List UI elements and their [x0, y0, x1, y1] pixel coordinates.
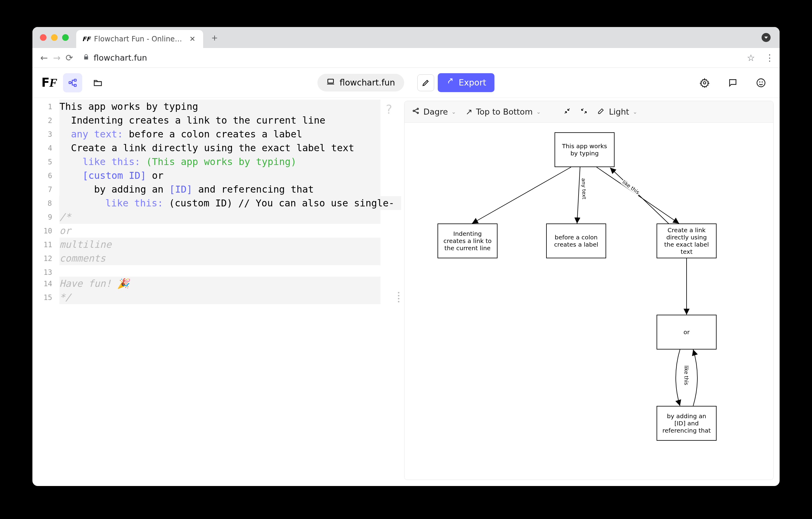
code-line[interactable]: */: [59, 290, 380, 304]
svg-rect-2: [74, 84, 76, 86]
brand-badge[interactable]: flowchart.fun: [317, 74, 404, 91]
graph-view-button[interactable]: [63, 73, 82, 92]
editor-line[interactable]: 12comments: [32, 251, 401, 265]
layout-direction-dropdown[interactable]: ↗ Top to Bottom ⌄: [466, 107, 541, 116]
line-number: 3: [32, 127, 59, 139]
toolbar-right: [695, 73, 771, 92]
line-number: 9: [32, 210, 59, 222]
open-folder-button[interactable]: [88, 73, 108, 92]
svg-rect-0: [69, 82, 71, 84]
url-field[interactable]: flowchart.fun: [83, 53, 747, 62]
svg-rect-1: [74, 79, 76, 81]
close-window-button[interactable]: [40, 34, 47, 41]
editor-line[interactable]: 1This app works by typing: [32, 99, 401, 113]
export-button[interactable]: Export: [438, 73, 495, 92]
laptop-icon: [326, 78, 335, 88]
code-line[interactable]: like this: (custom ID) // You can also u…: [59, 196, 401, 210]
code-line[interactable]: like this: (This app works by typing): [59, 155, 380, 169]
code-line[interactable]: This app works by typing: [59, 99, 380, 113]
line-number: 2: [32, 113, 59, 125]
line-number: 10: [32, 224, 59, 235]
code-line[interactable]: multiline: [59, 238, 380, 251]
feedback-button[interactable]: [723, 73, 743, 92]
close-tab-button[interactable]: ✕: [187, 35, 197, 43]
diagram-node[interactable]: by adding an [ID] and referencing that: [657, 406, 717, 441]
back-button[interactable]: ←: [38, 53, 50, 63]
line-number: 1: [32, 99, 59, 111]
line-number: 8: [32, 196, 59, 208]
preview-toolbar: Dagre ⌄ ↗ Top to Bottom ⌄: [405, 101, 773, 123]
app-toolbar: FF flowchart.fun Ex: [32, 68, 780, 98]
line-number: 14: [32, 277, 59, 288]
editor-line[interactable]: 15*/: [32, 290, 401, 304]
code-line[interactable]: [custom ID] or: [59, 169, 380, 182]
editor-line[interactable]: 10or: [32, 224, 401, 238]
svg-line-11: [472, 167, 571, 224]
svg-point-6: [759, 82, 760, 82]
theme-dropdown[interactable]: Light ⌄: [597, 107, 637, 117]
editor-line[interactable]: 2 Indenting creates a link to the curren…: [32, 113, 401, 127]
app-logo[interactable]: FF: [41, 76, 57, 90]
svg-rect-3: [328, 79, 334, 83]
brand-label: flowchart.fun: [340, 78, 395, 88]
editor-line[interactable]: 4 Create a link directly using the exact…: [32, 141, 401, 155]
maximize-window-button[interactable]: [62, 34, 69, 41]
svg-point-9: [417, 108, 418, 110]
diagram-node[interactable]: or: [657, 315, 717, 349]
layout-direction-label: Top to Bottom: [476, 107, 533, 116]
editor-line[interactable]: 11multiline: [32, 238, 401, 251]
zoom-in-button[interactable]: [563, 107, 571, 116]
code-line[interactable]: by adding an [ID] and referencing that: [59, 182, 380, 196]
reload-button[interactable]: ⟳: [63, 53, 76, 63]
svg-point-5: [757, 79, 765, 87]
svg-point-10: [417, 112, 418, 114]
svg-point-8: [413, 110, 415, 112]
editor-line[interactable]: 13: [32, 265, 401, 277]
code-line[interactable]: any text: before a colon creates a label: [59, 127, 380, 141]
editor-line[interactable]: 7 by adding an [ID] and referencing that: [32, 182, 401, 196]
diagram-node[interactable]: This app works by typing: [554, 132, 614, 167]
code-line[interactable]: Have fun! 🎉: [59, 277, 380, 290]
line-number: 4: [32, 141, 59, 152]
diagram-node[interactable]: before a colon creates a label: [546, 224, 606, 258]
browser-menu-icon[interactable]: ⋮: [765, 53, 774, 63]
svg-line-12: [577, 167, 580, 224]
forward-button[interactable]: →: [50, 53, 63, 63]
editor-line[interactable]: 8 like this: (custom ID) // You can also…: [32, 196, 401, 210]
bookmark-icon[interactable]: ☆: [747, 53, 755, 63]
code-editor[interactable]: ? 1This app works by typing2 Indenting c…: [32, 98, 401, 486]
editor-line[interactable]: 3 any text: before a colon creates a lab…: [32, 127, 401, 141]
layout-engine-dropdown[interactable]: Dagre ⌄: [412, 107, 456, 117]
code-line[interactable]: Indenting creates a link to the current …: [59, 113, 380, 127]
editor-line[interactable]: 6 [custom ID] or: [32, 169, 401, 182]
export-label: Export: [459, 78, 486, 88]
diagram-node[interactable]: Create a link directly using the exact l…: [657, 224, 717, 258]
editor-line[interactable]: 14Have fun! 🎉: [32, 277, 401, 290]
browser-tab[interactable]: FF Flowchart Fun - Online text to ✕: [76, 30, 203, 48]
address-bar: ← → ⟳ flowchart.fun ☆ ⋮: [32, 48, 780, 68]
code-line[interactable]: or: [59, 224, 71, 238]
tab-title: Flowchart Fun - Online text to: [94, 35, 184, 43]
new-tab-button[interactable]: ＋: [210, 33, 219, 42]
editor-line[interactable]: 9/*: [32, 210, 401, 224]
code-line[interactable]: comments: [59, 251, 380, 265]
url-text: flowchart.fun: [94, 53, 147, 62]
window-controls: [32, 34, 69, 41]
account-button[interactable]: [751, 73, 771, 92]
resize-handle[interactable]: [398, 292, 399, 302]
edit-button[interactable]: [417, 75, 434, 91]
theme-label: Light: [609, 107, 629, 116]
code-line[interactable]: /*: [59, 210, 380, 224]
chevron-down-icon: ⌄: [536, 109, 541, 115]
zoom-out-button[interactable]: [580, 107, 587, 116]
browser-window: FF Flowchart Fun - Online text to ✕ ＋ ← …: [32, 27, 780, 486]
titlebar: FF Flowchart Fun - Online text to ✕ ＋: [32, 27, 780, 48]
flowchart-diagram[interactable]: any text like this like this This app wo…: [405, 123, 773, 480]
code-line[interactable]: Create a link directly using the exact l…: [59, 141, 380, 155]
help-icon[interactable]: ?: [386, 103, 392, 116]
diagram-node[interactable]: Indenting creates a link to the current …: [437, 224, 497, 258]
browser-profile-button[interactable]: [762, 33, 771, 42]
minimize-window-button[interactable]: [51, 34, 58, 41]
editor-line[interactable]: 5 like this: (This app works by typing): [32, 155, 401, 169]
settings-button[interactable]: [695, 73, 714, 92]
